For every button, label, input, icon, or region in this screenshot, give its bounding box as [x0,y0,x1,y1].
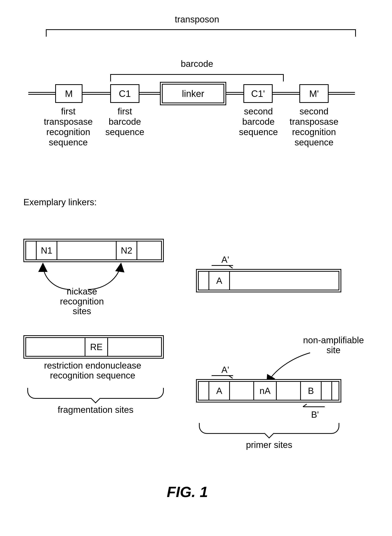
dna-rule [272,92,299,95]
transposon-label: transposon [168,14,226,25]
exemplary-linkers-heading: Exemplary linkers: [23,197,140,207]
seg-N2: N2 [116,241,137,259]
first-barcode-label: first barcode sequence [98,106,151,137]
second-transposase-label: second transposase recognition sequence [283,106,345,148]
Ap-label-2: A' [217,365,233,375]
nickase-label: nickase recognition sites [53,286,111,316]
second-barcode-label: second barcode sequence [231,106,286,137]
seg-N1: N1 [36,241,57,259]
barcode-label: barcode [172,59,222,69]
fragmentation-label: fragmentation sites [51,404,140,415]
seg-B: B [300,382,322,400]
primer-linker-box-2: A nA B [196,379,341,402]
primer-linker-box-1: A [196,269,341,292]
box-Mp: M' [299,84,329,103]
dna-rule [226,92,244,95]
Bp-label: B' [307,409,323,420]
primer-sites-brace [199,423,339,434]
restriction-label: restriction endonuclease recognition seq… [30,360,155,380]
box-C1: C1 [110,84,140,103]
dna-rule [28,92,56,95]
transposon-bracket [46,29,356,30]
seg-A-2: A [209,382,230,400]
dna-rule [140,92,160,95]
dna-rule [82,92,110,95]
primer-Ap-2 [212,375,233,376]
primer-Bp [303,406,325,407]
seg-RE: RE [85,338,108,356]
box-M: M [55,84,83,103]
fragmentation-brace [27,388,164,399]
seg-A-1: A [209,272,230,290]
re-linker-box: RE [23,335,164,359]
first-transposase-label: first transposase recognition sequence [37,106,99,148]
figure-title: FIG. 1 [167,483,208,500]
box-linker-inner: linker [162,84,224,103]
Ap-label-1: A' [217,254,233,265]
dna-rule [328,92,355,95]
nickase-linker-box: N1 N2 [23,239,164,262]
box-C1p: C1' [243,84,273,103]
primer-sites-label: primer sites [234,439,304,450]
primer-Ap-1 [212,265,233,266]
barcode-bracket [110,74,284,75]
seg-nA: nA [253,382,277,400]
box-linker: linker [160,82,226,105]
